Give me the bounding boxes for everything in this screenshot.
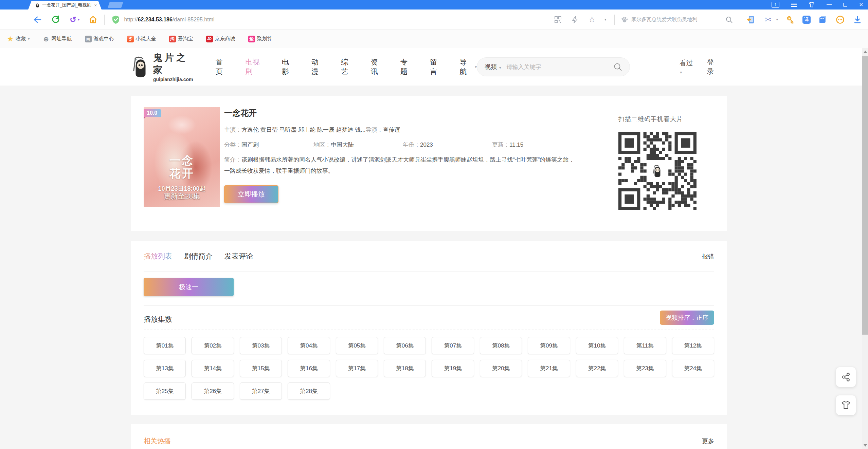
nav-item[interactable]: 首页	[216, 57, 229, 76]
report-error-link[interactable]: 报错	[702, 252, 714, 261]
playlist-tab[interactable]: 剧情简介	[184, 251, 213, 261]
scroll-down-icon[interactable]	[864, 444, 867, 447]
undo-icon[interactable]: ↺	[69, 15, 77, 25]
episode-button[interactable]: 第06集	[384, 337, 426, 354]
episode-button[interactable]: 第28集	[288, 382, 330, 400]
nav-item[interactable]: 导航 ▾	[460, 57, 477, 76]
nav-item[interactable]: 留言	[430, 57, 444, 76]
more-extensions-icon[interactable]	[835, 15, 845, 25]
download-icon[interactable]	[852, 15, 863, 25]
search-input[interactable]: 请输入关键字	[507, 63, 614, 71]
episode-button[interactable]: 第26集	[192, 382, 234, 400]
search-category-select[interactable]: 视频 ▾	[485, 63, 501, 71]
source-button[interactable]: 极速一	[144, 278, 234, 296]
sort-order-button[interactable]: 视频排序：正序	[660, 311, 714, 325]
restore-button[interactable]	[843, 3, 847, 7]
episode-button[interactable]: 第11集	[624, 337, 666, 354]
bookmark-item[interactable]: ★ 收藏 ▾	[7, 36, 30, 42]
notes-icon[interactable]	[818, 15, 828, 25]
meta-value[interactable]: 中国大陆	[331, 142, 354, 148]
nav-item[interactable]: 电视剧	[245, 57, 266, 76]
play-now-button[interactable]: 立即播放	[224, 185, 278, 203]
episode-button[interactable]: 第01集	[144, 337, 186, 354]
episode-button[interactable]: 第16集	[288, 360, 330, 377]
episode-button[interactable]: 第22集	[576, 360, 618, 377]
bookmark-item[interactable]: JD 京东商城	[206, 36, 235, 42]
episode-button[interactable]: 第14集	[192, 360, 234, 377]
bookmark-item[interactable]: 淘 爱淘宝	[169, 36, 193, 42]
episode-button[interactable]: 第27集	[240, 382, 282, 400]
qr-toolbar-icon[interactable]	[553, 15, 563, 25]
browser-menu-icon[interactable]	[791, 3, 797, 7]
nav-item[interactable]: 专题	[400, 57, 414, 76]
episode-button[interactable]: 第08集	[480, 337, 522, 354]
quick-search-query[interactable]: 摩尔多瓦总统爱犬咬伤奥地利	[631, 16, 723, 23]
bookmark-dropdown-icon[interactable]: ▾	[28, 37, 30, 41]
nav-item[interactable]: 综艺	[341, 57, 355, 76]
bookmark-item[interactable]: 5 小说大全	[127, 36, 156, 42]
playlist-tab[interactable]: 播放列表	[144, 251, 172, 261]
episode-button[interactable]: 第04集	[288, 337, 330, 354]
episode-button[interactable]: 第24集	[672, 360, 714, 377]
episode-button[interactable]: 第19集	[432, 360, 474, 377]
back-icon[interactable]	[32, 15, 42, 25]
nav-item[interactable]: 电影	[282, 57, 295, 76]
password-key-icon[interactable]	[785, 15, 795, 25]
bookmark-item[interactable]: ⊕ 网址导航	[43, 36, 72, 42]
episode-button[interactable]: 第23集	[624, 360, 666, 377]
bookmark-item[interactable]: 聚 聚划算	[248, 36, 272, 42]
send-to-phone-icon[interactable]	[745, 15, 756, 25]
director-value[interactable]: 查传谊	[383, 127, 400, 133]
episode-button[interactable]: 第18集	[384, 360, 426, 377]
scrollbar-thumb[interactable]	[862, 56, 868, 335]
tab-close-icon[interactable]: ×	[94, 3, 97, 8]
skin-tshirt-icon[interactable]	[808, 2, 815, 8]
meta-value[interactable]: 国产剧	[241, 142, 259, 148]
site-logo[interactable]: 鬼片之家 guipianzhijia.com	[131, 52, 198, 82]
episode-button[interactable]: 第15集	[240, 360, 282, 377]
episode-button[interactable]: 第13集	[144, 360, 186, 377]
starring-value[interactable]: 方逸伦 黄日莹 马昕墨 邱士纶 陈一辰 赵梦迪 钱...	[241, 127, 366, 133]
tab-count-badge[interactable]: 1	[772, 2, 779, 8]
screenshot-dropdown-icon[interactable]: ▾	[776, 17, 778, 22]
close-button[interactable]: ✕	[859, 2, 863, 8]
home-icon[interactable]	[88, 15, 98, 25]
minimize-button[interactable]	[827, 4, 832, 5]
episode-button[interactable]: 第05集	[336, 337, 378, 354]
screenshot-scissors-icon[interactable]: ✂	[763, 15, 773, 25]
watched-link[interactable]: 看过 ▾	[679, 58, 697, 75]
episode-button[interactable]: 第09集	[528, 337, 570, 354]
flash-speed-icon[interactable]	[570, 15, 580, 25]
login-link[interactable]: 登录	[707, 58, 720, 76]
episode-button[interactable]: 第17集	[336, 360, 378, 377]
related-more-link[interactable]: 更多	[702, 437, 714, 445]
meta-value[interactable]: 2023	[420, 142, 433, 148]
playlist-tab[interactable]: 发表评论	[224, 251, 253, 261]
favorite-dropdown-icon[interactable]: ▾	[604, 17, 607, 22]
undo-dropdown-icon[interactable]: ▾	[78, 17, 80, 22]
site-search-bar[interactable]: 视频 ▾ 请输入关键字	[477, 57, 630, 76]
bookmark-item[interactable]: ▤ 游戏中心	[85, 36, 114, 42]
scroll-up-icon[interactable]	[864, 51, 867, 53]
episode-button[interactable]: 第21集	[528, 360, 570, 377]
quick-search-magnifier-icon[interactable]	[725, 16, 733, 23]
nav-item[interactable]: 动漫	[311, 57, 325, 76]
translate-icon[interactable]: 译	[802, 16, 811, 24]
favorite-star-icon[interactable]: ☆	[587, 15, 597, 25]
new-tab-button[interactable]	[108, 2, 123, 8]
browser-scrollbar[interactable]	[862, 48, 868, 449]
meta-value[interactable]: 11.15	[509, 142, 523, 148]
search-magnifier-icon[interactable]	[613, 62, 622, 71]
episode-button[interactable]: 第07集	[432, 337, 474, 354]
nav-item[interactable]: 资讯	[371, 57, 384, 76]
video-poster[interactable]: 10.0 一念 花开 10月23日18:00起 更新至28集	[144, 107, 220, 207]
share-button[interactable]	[836, 367, 856, 387]
refresh-icon[interactable]	[51, 15, 61, 25]
security-shield-icon[interactable]	[111, 15, 121, 25]
episode-button[interactable]: 第10集	[576, 337, 618, 354]
episode-button[interactable]: 第02集	[192, 337, 234, 354]
episode-button[interactable]: 第20集	[480, 360, 522, 377]
episode-button[interactable]: 第12集	[672, 337, 714, 354]
theme-tshirt-button[interactable]	[836, 395, 856, 415]
quick-search-box[interactable]: 摩尔多瓦总统爱犬咬伤奥地利	[621, 16, 733, 23]
